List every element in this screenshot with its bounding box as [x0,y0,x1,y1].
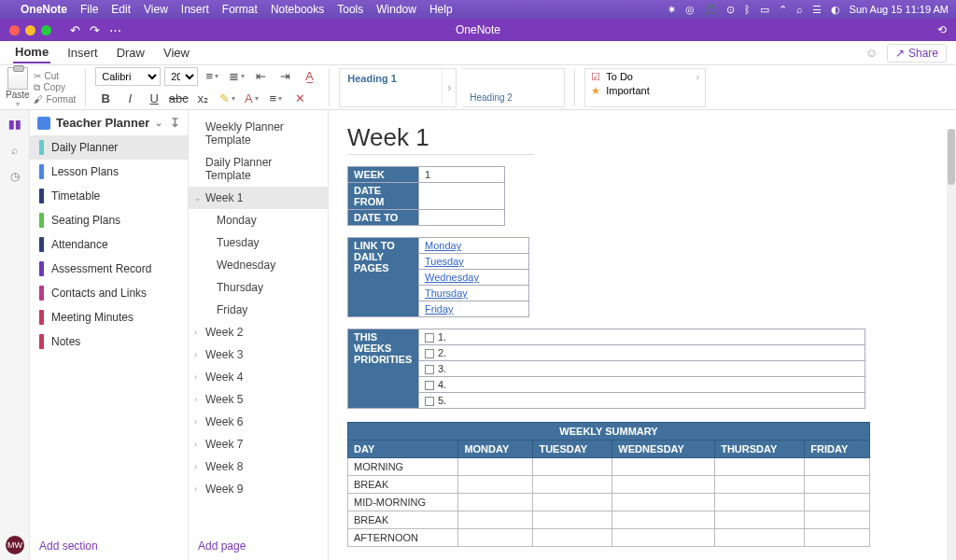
bold-button[interactable]: B [95,90,116,108]
redo-button[interactable]: ↷ [90,23,100,37]
page-item[interactable]: ⌄Week 1 [189,187,328,209]
checkbox-icon[interactable] [425,381,434,390]
wifi-icon[interactable]: ⌃ [779,4,787,16]
page-item[interactable]: Wednesday [189,254,328,276]
section-item[interactable]: Notes [30,329,188,354]
status-icon[interactable]: 🎵 [704,4,717,16]
checkbox-icon[interactable] [425,397,434,406]
weekly-summary-table[interactable]: WEEKLY SUMMARY DAYMONDAYTUESDAYWEDNESDAY… [347,422,870,547]
menu-edit[interactable]: Edit [111,3,131,16]
format-painter-button[interactable]: 🖌Format [34,94,77,105]
tab-draw[interactable]: Draw [115,43,147,63]
control-center-icon[interactable]: ☰ [812,4,822,16]
undo-button[interactable]: ↶ [70,23,80,37]
notebooks-icon[interactable]: ▮▮ [8,118,21,131]
page-item[interactable]: ›Week 4 [189,366,328,388]
page-item[interactable]: ›Week 2 [189,321,328,343]
page-item[interactable]: ›Week 6 [189,411,328,433]
spotlight-icon[interactable]: ⌕ [796,4,803,15]
page-item[interactable]: ›Week 7 [189,433,328,455]
feedback-icon[interactable]: ☺ [865,46,878,60]
numbering-button[interactable]: ≣ [226,67,246,86]
priorities-table[interactable]: THIS WEEKS PRIORITIES 1. 2. 3. 4. 5. [347,329,865,409]
underline-button[interactable]: U [144,90,164,108]
notebook-picker[interactable]: Teacher Planner ⌄ ↧ [30,110,188,135]
page-item[interactable]: ›Week 9 [189,478,328,500]
status-icon[interactable]: ✷ [668,4,676,16]
status-icon[interactable]: ⊙ [726,4,735,16]
highlight-button[interactable]: ✎ [217,90,237,108]
tag-important[interactable]: ★Important [591,85,699,97]
close-window-button[interactable] [9,25,20,35]
vertical-scrollbar[interactable] [947,129,956,560]
header-table[interactable]: WEEK1 DATE FROM DATE TO [347,166,505,226]
align-button[interactable]: ≡ [265,90,286,108]
app-name[interactable]: OneNote [21,3,67,16]
recent-icon[interactable]: ◷ [10,170,20,183]
menu-format[interactable]: Format [222,3,258,16]
tab-insert[interactable]: Insert [65,43,100,63]
tag-todo[interactable]: ☑To Do› [591,71,699,83]
tab-view[interactable]: View [162,43,191,63]
link-thursday[interactable]: Thursday [425,287,468,299]
tab-home[interactable]: Home [13,42,50,63]
qat-more-button[interactable]: ⋯ [109,23,121,37]
link-wednesday[interactable]: Wednesday [425,272,479,283]
bullets-button[interactable]: ≡ [202,67,222,86]
strikethrough-button[interactable]: abc [168,90,189,108]
copy-button[interactable]: ⧉Copy [34,82,77,93]
search-icon[interactable]: ⌕ [11,144,18,157]
menu-insert[interactable]: Insert [181,3,209,16]
links-table[interactable]: LINK TO DAILY PAGES Monday Tuesday Wedne… [347,237,529,317]
link-tuesday[interactable]: Tuesday [425,256,464,267]
indent-button[interactable]: ⇥ [274,67,295,86]
section-item[interactable]: Lesson Plans [30,160,188,184]
checkbox-icon[interactable] [425,349,434,358]
menu-view[interactable]: View [144,3,168,16]
clock[interactable]: Sun Aug 15 11:19 AM [850,4,949,15]
font-color-button[interactable]: A [241,90,261,108]
page-item[interactable]: Thursday [189,276,328,299]
font-name-combo[interactable]: Calibri [95,67,161,86]
page-title-input[interactable] [347,121,534,155]
checkbox-icon[interactable] [425,333,434,343]
styles-icon[interactable]: A̲ [299,67,319,86]
menu-window[interactable]: Window [376,3,416,16]
zoom-window-button[interactable] [41,25,51,35]
subscript-button[interactable]: x₂ [192,90,213,108]
section-item[interactable]: Daily Planner [30,135,188,160]
status-icon[interactable]: ◎ [685,4,695,16]
cut-button[interactable]: ✂Cut [34,71,77,81]
italic-button[interactable]: I [120,90,140,108]
outdent-button[interactable]: ⇤ [250,67,271,86]
minimize-window-button[interactable] [25,25,35,35]
sync-icon[interactable]: ⟲ [937,23,947,36]
paste-button[interactable]: Paste ▾ [6,67,30,108]
checkbox-icon[interactable] [425,365,434,374]
note-canvas[interactable]: WEEK1 DATE FROM DATE TO LINK TO DAILY PA… [329,110,956,560]
bluetooth-icon[interactable]: ᛒ [744,4,751,15]
page-item[interactable]: ›Week 5 [189,388,328,411]
siri-icon[interactable]: ◐ [831,4,840,16]
tags-gallery[interactable]: ☑To Do› ★Important [584,68,706,107]
page-item[interactable]: Friday [189,299,328,321]
section-item[interactable]: Timetable [30,184,188,208]
menu-tools[interactable]: Tools [337,3,363,16]
page-item[interactable]: ›Week 8 [189,455,328,478]
battery-icon[interactable]: ▭ [760,4,769,16]
section-item[interactable]: Meeting Minutes [30,305,188,329]
user-avatar[interactable]: MW [6,536,24,554]
clear-formatting-button[interactable]: ✕ [289,90,310,108]
share-button[interactable]: ↗ Share [887,44,947,63]
menu-notebooks[interactable]: Notebooks [271,3,324,16]
link-friday[interactable]: Friday [425,303,454,315]
page-item[interactable]: ›Week 3 [189,343,328,366]
menu-help[interactable]: Help [429,3,453,16]
font-size-combo[interactable]: 20 [164,67,198,86]
page-item[interactable]: Monday [189,209,328,231]
section-item[interactable]: Contacts and Links [30,281,188,305]
link-monday[interactable]: Monday [425,240,461,251]
page-item[interactable]: Weekly Planner Template [189,116,328,151]
menu-file[interactable]: File [80,3,98,16]
sort-icon[interactable]: ↧ [170,116,180,130]
